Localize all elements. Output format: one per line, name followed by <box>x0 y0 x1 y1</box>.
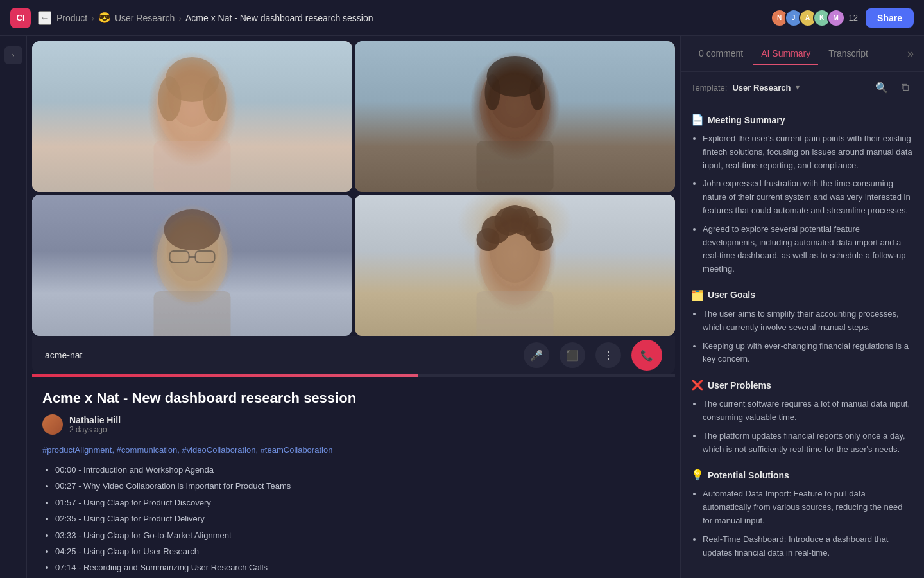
session-label: acme-nat <box>45 350 82 360</box>
copy-button[interactable]: ⧉ <box>896 78 914 96</box>
agenda-list: 00:00 - Introduction and Workshop Agenda… <box>42 462 665 578</box>
more-options-button[interactable]: ⋮ <box>595 342 621 368</box>
avatar-count: 12 <box>849 13 858 22</box>
section-icon-potential-solutions: 💡 <box>691 469 704 481</box>
agenda-item: 01:57 - Using Claap for Product Discover… <box>55 495 665 510</box>
video-grid <box>27 36 680 336</box>
section-title-meeting-summary: 📄 Meeting Summary <box>691 114 914 126</box>
template-label: Template: <box>691 83 727 92</box>
svg-point-27 <box>477 228 500 251</box>
bullet-item: The user aims to simplify their accounti… <box>703 308 914 335</box>
top-nav: Cl ← Product › 😎 User Research › Acme x … <box>0 0 924 36</box>
template-dropdown-icon[interactable]: ▾ <box>796 83 800 92</box>
breadcrumb-sep-2: › <box>178 13 182 23</box>
section-potential-solutions: 💡 Potential SolutionsAutomated Data Impo… <box>691 469 914 559</box>
bullet-item: Automated Data Import: Feature to pull d… <box>703 487 914 527</box>
svg-rect-2 <box>154 141 231 192</box>
phone-icon: 📞 <box>640 349 653 362</box>
agenda-item: 07:14 - Recording and Summarizing User R… <box>55 560 665 575</box>
left-sidebar: › <box>0 36 27 578</box>
search-icon: 🔍 <box>875 82 888 94</box>
tab-ai-summary[interactable]: AI Summary <box>753 43 818 65</box>
bullet-item: The current software requires a lot of m… <box>703 398 914 425</box>
back-button[interactable]: ← <box>38 11 51 25</box>
chevron-right-icon: › <box>12 51 15 60</box>
session-info: Acme x Nat - New dashboard research sess… <box>27 377 680 578</box>
agenda-item: 03:33 - Using Claap for Go-to-Market Ali… <box>55 528 665 543</box>
author-info: Nathalie Hill 2 days ago <box>69 415 121 434</box>
svg-rect-14 <box>154 291 231 336</box>
video-controls-bar: acme-nat 🎤 ⬛ ⋮ 📞 <box>32 336 675 374</box>
breadcrumb-emoji: 😎 <box>98 12 111 24</box>
section-user-goals: 🗂️ User GoalsThe user aims to simplify t… <box>691 289 914 366</box>
section-title-potential-solutions: 💡 Potential Solutions <box>691 469 914 481</box>
right-panel: 0 comment AI Summary Transcript » Templa… <box>680 36 924 578</box>
section-icon-user-problems: ❌ <box>691 379 704 391</box>
svg-point-4 <box>158 76 182 121</box>
breadcrumb-sep-1: › <box>91 13 94 23</box>
agenda-item: 04:25 - Using Claap for User Research <box>55 544 665 559</box>
agenda-item: 00:00 - Introduction and Workshop Agenda <box>55 462 665 477</box>
breadcrumb-current: Acme x Nat - New dashboard research sess… <box>185 13 373 23</box>
search-button[interactable]: 🔍 <box>873 78 891 96</box>
svg-point-11 <box>530 74 545 110</box>
video-cell-2 <box>355 41 675 192</box>
section-title-user-goals: 🗂️ User Goals <box>691 289 914 301</box>
bullet-item: The platform updates financial reports o… <box>703 430 914 457</box>
svg-rect-21 <box>477 291 554 336</box>
session-tags: #productAlignment, #communication, #vide… <box>42 445 665 455</box>
more-icon: ⋮ <box>603 349 613 362</box>
bullet-item: Explored the user's current pain points … <box>703 132 914 172</box>
nav-right: N J A K M 12 Share <box>771 8 914 28</box>
video-cell-1 <box>32 41 352 192</box>
section-icon-user-goals: 🗂️ <box>691 289 704 301</box>
section-meeting-summary: 📄 Meeting SummaryExplored the user's cur… <box>691 114 914 276</box>
breadcrumb: Product › 😎 User Research › Acme x Nat -… <box>56 12 373 24</box>
svg-point-15 <box>164 209 221 250</box>
mic-button[interactable]: 🎤 <box>524 342 549 368</box>
svg-rect-8 <box>477 141 554 192</box>
svg-point-28 <box>531 228 554 251</box>
tab-comments[interactable]: 0 comment <box>691 43 751 65</box>
mic-icon: 🎤 <box>530 349 543 362</box>
bullet-item: Keeping up with ever-changing financial … <box>703 340 914 367</box>
more-tabs-icon[interactable]: » <box>907 47 914 60</box>
section-bullets-meeting-summary: Explored the user's current pain points … <box>691 132 914 276</box>
content-area: acme-nat 🎤 ⬛ ⋮ 📞 Acme x Nat - New dashbo… <box>27 36 680 578</box>
share-button[interactable]: Share <box>866 8 914 28</box>
section-bullets-user-problems: The current software requires a lot of m… <box>691 398 914 456</box>
agenda-item: 00:27 - Why Video Collaboration is Impor… <box>55 478 665 493</box>
author-time: 2 days ago <box>69 425 121 434</box>
end-call-button[interactable]: 📞 <box>631 340 662 371</box>
author-avatar <box>42 414 63 435</box>
screen-share-button[interactable]: ⬛ <box>560 342 585 368</box>
svg-point-10 <box>485 74 501 110</box>
breadcrumb-product[interactable]: Product <box>56 13 87 23</box>
section-bullets-potential-solutions: Automated Data Import: Feature to pull d… <box>691 487 914 559</box>
avatar-group: N J A K M 12 <box>771 9 858 27</box>
section-user-problems: ❌ User ProblemsThe current software requ… <box>691 379 914 456</box>
main-layout: › <box>0 36 924 578</box>
copy-icon: ⧉ <box>902 82 909 93</box>
section-bullets-user-goals: The user aims to simplify their accounti… <box>691 308 914 366</box>
screen-icon: ⬛ <box>566 349 579 362</box>
bullet-item: John expressed frustration with the time… <box>703 177 914 217</box>
session-title: Acme x Nat - New dashboard research sess… <box>42 390 665 407</box>
author-name: Nathalie Hill <box>69 415 121 425</box>
author-row: Nathalie Hill 2 days ago <box>42 414 665 435</box>
bullet-item: Real-Time Dashboard: Introduce a dashboa… <box>703 533 914 560</box>
breadcrumb-user-research[interactable]: User Research <box>115 13 175 23</box>
agenda-item: 02:35 - Using Claap for Product Delivery <box>55 511 665 526</box>
bullet-item: Agreed to explore several potential feat… <box>703 223 914 276</box>
template-toolbar: Template: User Research ▾ 🔍 ⧉ <box>681 72 924 103</box>
section-title-user-problems: ❌ User Problems <box>691 379 914 391</box>
right-panel-tabs: 0 comment AI Summary Transcript » <box>681 36 924 72</box>
sidebar-toggle-button[interactable]: › <box>4 46 22 64</box>
tab-transcript[interactable]: Transcript <box>821 43 876 65</box>
section-icon-meeting-summary: 📄 <box>691 114 704 126</box>
template-selector[interactable]: User Research <box>732 83 791 92</box>
video-cell-4 <box>355 195 675 336</box>
avatar-5: M <box>827 9 845 27</box>
ai-summary-content: 📄 Meeting SummaryExplored the user's cur… <box>681 103 924 578</box>
svg-point-26 <box>501 205 529 233</box>
